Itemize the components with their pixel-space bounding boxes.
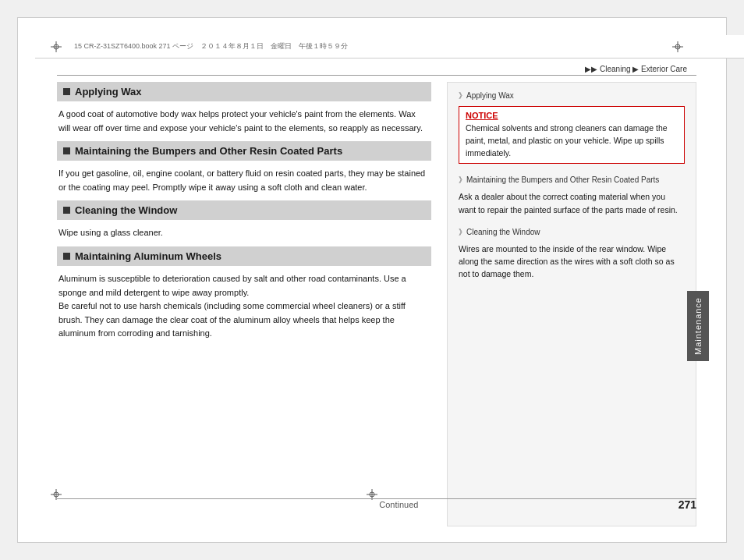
maintenance-tab-label: Maintenance [693, 297, 703, 355]
right-title-text-3: Cleaning the Window [466, 228, 540, 236]
notice-text: Chemical solvents and strong cleaners ca… [466, 122, 678, 159]
breadcrumb-arrow1: ▶▶ [585, 65, 597, 73]
right-title-prefix-1: 》 [459, 91, 466, 100]
section-header-applying-wax: Applying Wax [57, 82, 431, 101]
section-header-maintaining-bumpers: Maintaining the Bumpers and Other Resin … [57, 141, 431, 161]
breadcrumb: ▶▶ Cleaning ▶ Exterior Care [585, 65, 687, 73]
section-header-cleaning-window: Cleaning the Window [57, 200, 431, 220]
page-number: 271 [678, 498, 696, 511]
right-title-text-1: Applying Wax [466, 91, 514, 100]
right-section-maintaining-bumpers: 》Maintaining the Bumpers and Other Resin… [459, 175, 685, 216]
right-body-cleaning-window: Wires are mounted to the inside of the r… [459, 243, 685, 281]
right-section-title-cleaning-window: 》Cleaning the Window [459, 227, 685, 238]
section-maintaining-aluminum: Maintaining Aluminum Wheels Aluminum is … [57, 246, 431, 341]
section-cleaning-window: Cleaning the Window Wipe using a glass c… [57, 200, 431, 240]
content-area: Applying Wax A good coat of automotive b… [57, 82, 696, 526]
right-title-text-2: Maintaining the Bumpers and Other Resin … [466, 175, 659, 184]
page-outer: 15 CR-Z-31SZT6400.book 271 ページ ２０１４年８月１日… [0, 0, 744, 560]
section-body-applying-wax: A good coat of automotive body wax helps… [57, 108, 431, 135]
section-title-cleaning-window: Cleaning the Window [75, 204, 177, 216]
section-body-maintaining-aluminum: Aluminum is susceptible to deterioration… [57, 272, 431, 341]
notice-box: NOTICE Chemical solvents and strong clea… [459, 106, 685, 164]
header-bar: 15 CR-Z-31SZT6400.book 271 ページ ２０１４年８月１日… [35, 35, 744, 58]
section-maintaining-bumpers: Maintaining the Bumpers and Other Resin … [57, 141, 431, 194]
breadcrumb-arrow2: ▶ [632, 65, 641, 73]
section-title-maintaining-aluminum: Maintaining Aluminum Wheels [75, 250, 221, 262]
breadcrumb-part2: Exterior Care [641, 65, 687, 73]
right-section-title-applying-wax: 》Applying Wax [459, 90, 685, 101]
page-inner: 15 CR-Z-31SZT6400.book 271 ページ ２０１４年８月１日… [17, 17, 727, 543]
maintenance-tab: Maintenance [687, 291, 709, 361]
section-square-icon3 [63, 207, 70, 214]
section-body-cleaning-window: Wipe using a glass cleaner. [57, 226, 431, 240]
section-square-icon2 [63, 147, 70, 154]
header-file-info: 15 CR-Z-31SZT6400.book 271 ページ ２０１４年８月１日… [74, 41, 706, 51]
right-section-title-maintaining-bumpers: 》Maintaining the Bumpers and Other Resin… [459, 175, 685, 186]
section-applying-wax: Applying Wax A good coat of automotive b… [57, 82, 431, 135]
section-square-icon [63, 88, 70, 95]
right-section-cleaning-window: 》Cleaning the Window Wires are mounted t… [459, 227, 685, 281]
section-header-maintaining-aluminum: Maintaining Aluminum Wheels [57, 246, 431, 266]
bottom-bar: Continued 271 [57, 498, 696, 511]
section-body-maintaining-bumpers: If you get gasoline, oil, engine coolant… [57, 167, 431, 194]
right-title-prefix-2: 》 [459, 175, 466, 184]
crosshair-tr [672, 41, 683, 54]
right-title-prefix-3: 》 [459, 228, 466, 236]
section-square-icon4 [63, 253, 70, 260]
right-body-maintaining-bumpers: Ask a dealer about the correct coating m… [459, 190, 685, 216]
notice-label: NOTICE [466, 111, 678, 120]
right-section-applying-wax: 》Applying Wax NOTICE Chemical solvents a… [459, 90, 685, 164]
section-title-maintaining-bumpers: Maintaining the Bumpers and Other Resin … [75, 145, 342, 157]
breadcrumb-part1: Cleaning [600, 65, 630, 73]
right-column: 》Applying Wax NOTICE Chemical solvents a… [447, 82, 696, 526]
top-separator [57, 75, 696, 76]
section-title-applying-wax: Applying Wax [75, 86, 141, 97]
crosshair-tl [51, 41, 62, 54]
continued-text: Continued [119, 500, 678, 509]
left-column: Applying Wax A good coat of automotive b… [57, 82, 431, 526]
